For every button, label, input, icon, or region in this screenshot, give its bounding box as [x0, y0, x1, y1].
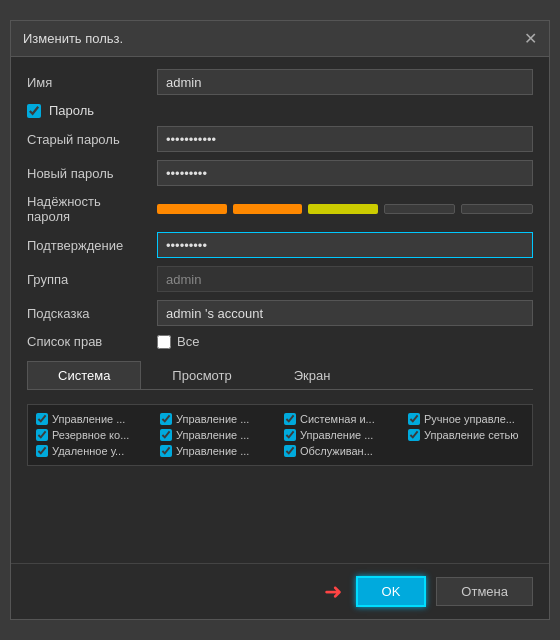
dialog-title-bar: Изменить польз. ✕: [11, 21, 549, 57]
tab-screen[interactable]: Экран: [263, 361, 362, 389]
perm-checkbox-1[interactable]: [160, 413, 172, 425]
strength-bar-2: [233, 204, 303, 214]
perm-item-1: Управление ...: [160, 413, 276, 425]
all-label-text: Все: [177, 334, 199, 349]
perm-checkbox-0[interactable]: [36, 413, 48, 425]
cancel-button[interactable]: Отмена: [436, 577, 533, 606]
perm-label-9: Управление ...: [176, 445, 249, 457]
rights-row: Список прав Все: [27, 334, 533, 349]
strength-bars: [157, 204, 533, 214]
name-label: Имя: [27, 75, 147, 90]
all-checkbox-label: Все: [157, 334, 199, 349]
old-password-label: Старый пароль: [27, 132, 147, 147]
name-row: Имя: [27, 69, 533, 95]
dialog-body: Имя Пароль Старый пароль Новый пароль На…: [11, 57, 549, 563]
password-checkbox[interactable]: [27, 104, 41, 118]
perm-checkbox-5[interactable]: [160, 429, 172, 441]
perm-label-10: Обслуживан...: [300, 445, 373, 457]
dialog-footer: ➜ OK Отмена: [11, 563, 549, 619]
perm-item-4: Резервное ко...: [36, 429, 152, 441]
old-password-row: Старый пароль: [27, 126, 533, 152]
tab-view[interactable]: Просмотр: [141, 361, 262, 389]
hint-row: Подсказка: [27, 300, 533, 326]
perm-label-4: Резервное ко...: [52, 429, 129, 441]
confirm-input[interactable]: [157, 232, 533, 258]
perm-checkbox-9[interactable]: [160, 445, 172, 457]
dialog-title: Изменить польз.: [23, 31, 123, 46]
hint-label: Подсказка: [27, 306, 147, 321]
confirm-label: Подтверждение: [27, 238, 147, 253]
perm-label-3: Ручное управле...: [424, 413, 515, 425]
permissions-grid: Управление ... Управление ... Системная …: [27, 404, 533, 466]
new-password-row: Новый пароль: [27, 160, 533, 186]
perm-checkbox-6[interactable]: [284, 429, 296, 441]
hint-input[interactable]: [157, 300, 533, 326]
rights-label: Список прав: [27, 334, 147, 349]
all-checkbox[interactable]: [157, 335, 171, 349]
perm-label-7: Управление сетью: [424, 429, 518, 441]
tab-system[interactable]: Система: [27, 361, 141, 389]
perm-checkbox-4[interactable]: [36, 429, 48, 441]
close-button[interactable]: ✕: [524, 29, 537, 48]
perm-item-10: Обслуживан...: [284, 445, 400, 457]
edit-user-dialog: Изменить польз. ✕ Имя Пароль Старый паро…: [10, 20, 550, 620]
perm-item-7: Управление сетью: [408, 429, 524, 441]
strength-bar-5: [461, 204, 533, 214]
perm-item-5: Управление ...: [160, 429, 276, 441]
perm-label-2: Системная и...: [300, 413, 375, 425]
arrow-icon: ➜: [324, 579, 342, 605]
new-password-label: Новый пароль: [27, 166, 147, 181]
perm-label-8: Удаленное у...: [52, 445, 124, 457]
old-password-input[interactable]: [157, 126, 533, 152]
name-input[interactable]: [157, 69, 533, 95]
perm-checkbox-10[interactable]: [284, 445, 296, 457]
new-password-input[interactable]: [157, 160, 533, 186]
perm-checkbox-2[interactable]: [284, 413, 296, 425]
perm-checkbox-7[interactable]: [408, 429, 420, 441]
perm-label-5: Управление ...: [176, 429, 249, 441]
ok-button[interactable]: OK: [356, 576, 427, 607]
perm-item-0: Управление ...: [36, 413, 152, 425]
perm-item-9: Управление ...: [160, 445, 276, 457]
perm-label-0: Управление ...: [52, 413, 125, 425]
password-label: Пароль: [49, 103, 94, 118]
perm-item-8: Удаленное у...: [36, 445, 152, 457]
group-label: Группа: [27, 272, 147, 287]
perm-checkbox-8[interactable]: [36, 445, 48, 457]
strength-row: Надёжность пароля: [27, 194, 533, 224]
strength-bar-1: [157, 204, 227, 214]
permissions-tabs: Система Просмотр Экран: [27, 361, 533, 390]
group-input[interactable]: [157, 266, 533, 292]
strength-label: Надёжность пароля: [27, 194, 147, 224]
group-row: Группа: [27, 266, 533, 292]
perm-item-3: Ручное управле...: [408, 413, 524, 425]
perm-item-2: Системная и...: [284, 413, 400, 425]
perm-item-6: Управление ...: [284, 429, 400, 441]
perm-label-1: Управление ...: [176, 413, 249, 425]
perm-checkbox-3[interactable]: [408, 413, 420, 425]
strength-bar-4: [384, 204, 456, 214]
strength-bar-3: [308, 204, 378, 214]
password-checkbox-row: Пароль: [27, 103, 533, 118]
confirm-row: Подтверждение: [27, 232, 533, 258]
perm-label-6: Управление ...: [300, 429, 373, 441]
